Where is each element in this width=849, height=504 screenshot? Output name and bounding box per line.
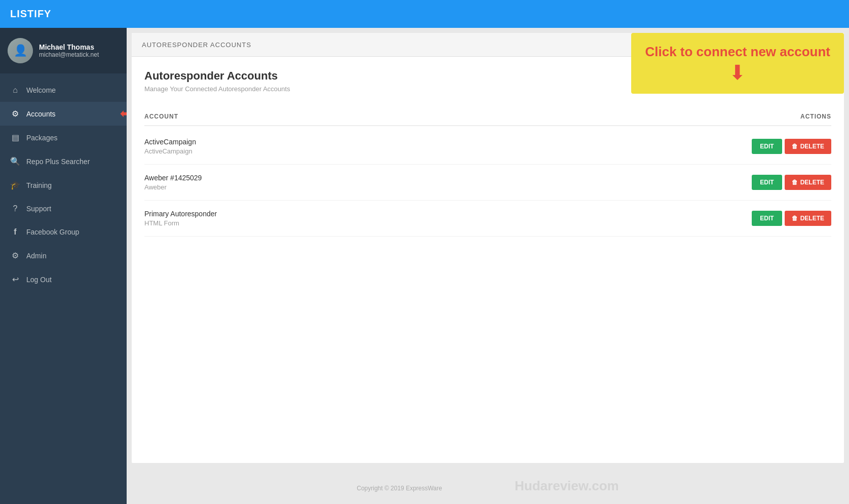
user-email: michael@metatick.net <box>39 51 99 58</box>
main-layout: 👤 Michael Thomas michael@metatick.net ⌂ … <box>0 28 849 504</box>
sidebar-item-facebook-group[interactable]: f Facebook Group <box>0 220 127 244</box>
callout-arrow-icon: ⬇ <box>645 62 830 83</box>
account-type-3: HTML Form <box>144 219 217 227</box>
sidebar-item-support[interactable]: ? Support <box>0 197 127 220</box>
sidebar-item-label-welcome: Welcome <box>26 86 56 94</box>
page-title-block: Autoresponder Accounts Manage Your Conne… <box>144 69 290 93</box>
accounts-table: ACCOUNT ACTIONS ActiveCampaign ActiveCam… <box>144 108 831 237</box>
delete-label-2: DELETE <box>800 179 824 186</box>
sidebar-item-accounts[interactable]: ⚙ Accounts ⬅ <box>0 102 127 126</box>
search-icon: 🔍 <box>10 157 20 166</box>
account-type-2: Aweber <box>144 183 202 191</box>
sidebar-item-label-support: Support <box>26 205 51 213</box>
sidebar-item-label-admin: Admin <box>26 252 47 260</box>
avatar-image: 👤 <box>8 38 33 63</box>
copyright-text: Copyright © 2019 ExpressWare <box>357 485 442 492</box>
account-info-3: Primary Autoresponder HTML Form <box>144 210 217 227</box>
sidebar-item-admin[interactable]: ⚙ Admin <box>0 244 127 267</box>
edit-button-1[interactable]: EDIT <box>752 139 782 154</box>
trash-icon-3: 🗑 <box>792 215 798 222</box>
user-name: Michael Thomas <box>39 43 99 51</box>
app-title: LISTIFY <box>10 8 51 20</box>
packages-icon: ▤ <box>10 133 20 142</box>
facebook-icon: f <box>10 227 20 237</box>
support-icon: ? <box>10 204 20 213</box>
table-row: Aweber #1425029 Aweber EDIT 🗑 DELETE <box>144 165 831 201</box>
sidebar-item-repo-plus-searcher[interactable]: 🔍 Repo Plus Searcher <box>0 149 127 173</box>
sidebar-item-label-repo: Repo Plus Searcher <box>26 158 90 166</box>
home-icon: ⌂ <box>10 86 20 95</box>
account-name-2: Aweber #1425029 <box>144 174 202 182</box>
table-row: Primary Autoresponder HTML Form EDIT 🗑 D… <box>144 201 831 237</box>
sidebar-item-label-training: Training <box>26 181 52 189</box>
sidebar-item-welcome[interactable]: ⌂ Welcome <box>0 79 127 102</box>
page-header-title: AUTORESPONDER ACCOUNTS <box>142 41 251 49</box>
delete-label-3: DELETE <box>800 215 824 222</box>
user-info: Michael Thomas michael@metatick.net <box>39 43 99 58</box>
edit-button-2[interactable]: EDIT <box>752 175 782 190</box>
content-area: AUTORESPONDER ACCOUNTS Autoresponder Acc… <box>132 33 844 463</box>
action-buttons-3: EDIT 🗑 DELETE <box>752 211 831 226</box>
col-actions-header: ACTIONS <box>800 113 831 120</box>
sidebar-item-label-packages: Packages <box>26 134 57 142</box>
nav-menu: ⌂ Welcome ⚙ Accounts ⬅ ▤ Packages 🔍 Repo… <box>0 73 127 504</box>
top-bar: LISTIFY <box>0 0 849 28</box>
main-content: Click to connect new account ⬇ AUTORESPO… <box>127 28 849 504</box>
sidebar-item-label-facebook: Facebook Group <box>26 228 79 236</box>
sidebar-item-label-accounts: Accounts <box>26 110 56 118</box>
gear-icon: ⚙ <box>10 109 20 119</box>
delete-button-3[interactable]: 🗑 DELETE <box>785 211 831 226</box>
page-subtitle: Manage Your Connected Autoresponder Acco… <box>144 85 290 93</box>
footer: Copyright © 2019 ExpressWare Hudareview.… <box>127 468 849 504</box>
account-info-2: Aweber #1425029 Aweber <box>144 174 202 191</box>
table-header: ACCOUNT ACTIONS <box>144 108 831 126</box>
delete-button-2[interactable]: 🗑 DELETE <box>785 175 831 190</box>
account-type-1: ActiveCampaign <box>144 147 196 155</box>
sidebar-item-log-out[interactable]: ↩ Log Out <box>0 267 127 291</box>
trash-icon-1: 🗑 <box>792 143 798 150</box>
sidebar-item-packages[interactable]: ▤ Packages <box>0 126 127 149</box>
account-info-1: ActiveCampaign ActiveCampaign <box>144 138 196 155</box>
action-buttons-2: EDIT 🗑 DELETE <box>752 175 831 190</box>
watermark-text: Hudareview.com <box>515 478 619 493</box>
callout-text: Click to connect new account <box>645 44 830 59</box>
col-account-header: ACCOUNT <box>144 113 178 120</box>
sidebar-item-label-logout: Log Out <box>26 276 52 284</box>
edit-button-3[interactable]: EDIT <box>752 211 782 226</box>
training-icon: 🎓 <box>10 180 20 190</box>
page-title: Autoresponder Accounts <box>144 69 290 83</box>
account-name-3: Primary Autoresponder <box>144 210 217 218</box>
delete-button-1[interactable]: 🗑 DELETE <box>785 139 831 154</box>
account-name-1: ActiveCampaign <box>144 138 196 146</box>
delete-label-1: DELETE <box>800 143 824 150</box>
logout-icon: ↩ <box>10 275 20 284</box>
table-row: ActiveCampaign ActiveCampaign EDIT 🗑 DEL… <box>144 129 831 165</box>
avatar: 👤 <box>8 38 33 63</box>
sidebar-item-training[interactable]: 🎓 Training <box>0 173 127 197</box>
user-profile: 👤 Michael Thomas michael@metatick.net <box>0 28 127 73</box>
trash-icon-2: 🗑 <box>792 179 798 186</box>
admin-icon: ⚙ <box>10 251 20 260</box>
action-buttons-1: EDIT 🗑 DELETE <box>752 139 831 154</box>
sidebar: 👤 Michael Thomas michael@metatick.net ⌂ … <box>0 28 127 504</box>
callout-box[interactable]: Click to connect new account ⬇ <box>631 33 844 94</box>
